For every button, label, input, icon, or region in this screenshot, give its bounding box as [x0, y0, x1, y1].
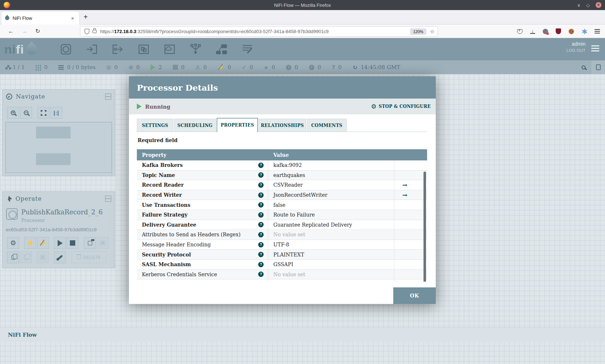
tab-relationships[interactable]: RELATIONSHIPS: [259, 119, 306, 132]
process-group-icon[interactable]: [137, 43, 151, 55]
navigate-collapse-button[interactable]: —: [105, 94, 111, 100]
table-scrollbar[interactable]: [424, 172, 426, 282]
zoom-fit-button[interactable]: [37, 107, 49, 119]
save-template-button[interactable]: [84, 237, 96, 249]
processor-component-icon[interactable]: [59, 43, 73, 55]
account-icon[interactable]: [543, 29, 548, 34]
go-to-service-icon[interactable]: →: [402, 182, 407, 188]
tab-settings[interactable]: SETTINGS: [137, 119, 173, 132]
start-button[interactable]: [54, 237, 66, 249]
gear-icon: ⚙: [10, 240, 16, 246]
table-row[interactable]: Record Writer? JsonRecordSetWriter →: [137, 190, 427, 200]
menu-icon[interactable]: [595, 31, 600, 32]
queued-status: 0 / 0 bytes: [58, 64, 95, 70]
zoom-in-button[interactable]: +: [7, 107, 19, 119]
paste-button[interactable]: [20, 251, 32, 263]
page-zoom-badge[interactable]: 120%: [410, 28, 426, 35]
help-icon[interactable]: ?: [258, 182, 264, 188]
tab-comments[interactable]: COMMENTS: [307, 119, 347, 132]
table-row[interactable]: Use Transactions? false: [137, 200, 427, 210]
help-icon[interactable]: ?: [258, 192, 264, 198]
logout-link[interactable]: LOG OUT: [566, 48, 586, 53]
nifi-favicon: [4, 15, 10, 21]
not-transmitting-icon: ⊘: [129, 64, 133, 70]
birdseye-minimap[interactable]: [5, 122, 112, 173]
ok-button[interactable]: OK: [393, 287, 436, 304]
table-row[interactable]: Delivery Guarantee? Guarantee Replicated…: [137, 220, 427, 230]
help-icon[interactable]: ?: [258, 222, 264, 227]
new-tab-button[interactable]: +: [84, 13, 88, 21]
sync-failure-icon: ?: [332, 64, 335, 70]
table-row[interactable]: Kafka Brokers? kafka:9092: [137, 160, 427, 170]
browser-tab[interactable]: NiFi Flow ×: [1, 12, 79, 24]
table-row[interactable]: Message Header Encoding? UTF-8: [137, 240, 427, 250]
adblock-icon[interactable]: [556, 28, 561, 34]
breadcrumb[interactable]: NiFi Flow: [8, 332, 37, 338]
copy-button[interactable]: [7, 251, 19, 263]
change-color-button[interactable]: [54, 251, 66, 263]
configuration-button[interactable]: ⚙: [7, 237, 19, 249]
help-icon[interactable]: ?: [258, 252, 264, 257]
help-icon[interactable]: ?: [258, 272, 264, 277]
help-icon[interactable]: ?: [258, 172, 264, 178]
help-icon[interactable]: ?: [258, 242, 264, 247]
table-row[interactable]: Kerberos Credentials Service? No value s…: [137, 270, 427, 280]
zoom-out-button[interactable]: −: [20, 107, 32, 119]
back-icon[interactable]: ←: [8, 28, 14, 35]
navigate-title: Navigate: [16, 93, 105, 100]
chevron-down-icon[interactable]: ∨: [577, 3, 581, 8]
window-close-button[interactable]: ×: [596, 2, 601, 8]
panel-toggle-button[interactable]: [591, 60, 605, 74]
tab-close-icon[interactable]: ×: [70, 15, 76, 21]
funnel-icon[interactable]: [189, 43, 202, 55]
go-to-service-icon[interactable]: →: [402, 192, 407, 198]
pocket-icon[interactable]: [517, 29, 523, 34]
forward-icon[interactable]: →: [22, 28, 27, 35]
table-row[interactable]: Record Reader? CSVReader →: [137, 180, 427, 190]
label-icon[interactable]: [241, 43, 254, 55]
help-icon[interactable]: ?: [258, 212, 264, 218]
output-port-icon[interactable]: [111, 43, 125, 55]
help-icon[interactable]: ?: [258, 163, 264, 168]
remote-process-group-icon[interactable]: [163, 43, 176, 55]
maximize-icon[interactable]: ◇: [586, 3, 590, 8]
lock-icon[interactable]: [93, 30, 97, 33]
stop-and-configure-button[interactable]: ⚙ STOP & CONFIGURE: [371, 99, 431, 114]
extension-icon[interactable]: [582, 29, 587, 34]
table-row[interactable]: SASL Mechanism? GSSAPI: [137, 260, 427, 270]
stop-button[interactable]: [67, 237, 79, 249]
refresh-icon[interactable]: ↻: [353, 64, 358, 71]
cookie-icon[interactable]: [569, 29, 574, 34]
tab-scheduling[interactable]: SCHEDULING: [174, 119, 216, 132]
disable-button[interactable]: ⚡: [37, 237, 49, 249]
url-text[interactable]: https://172.18.0.3:32558/nifi/?processGr…: [100, 29, 410, 34]
actual-size-button[interactable]: |:|: [50, 107, 62, 119]
actual-size-icon: |:|: [54, 110, 59, 116]
delete-button[interactable]: DELETE: [72, 251, 106, 263]
table-row[interactable]: Topic Name? earthquakes: [137, 170, 427, 181]
help-icon[interactable]: ?: [258, 262, 264, 267]
tracking-shield-icon[interactable]: [85, 29, 89, 34]
flow-status-bar: 1 / 1 0 0 / 0 bytes ◎0 ⊘0 2 0 ⚠0 ⚡0 ✓0 ∗…: [0, 60, 605, 74]
template-icon[interactable]: [215, 43, 228, 55]
enable-button[interactable]: ⚡: [24, 237, 36, 249]
input-port-icon[interactable]: [85, 43, 99, 55]
search-icon[interactable]: [582, 65, 586, 69]
help-icon[interactable]: ?: [258, 232, 264, 237]
table-row[interactable]: Security Protocol? PLAINTEXT: [137, 250, 427, 260]
table-row[interactable]: Failure Strategy? Route to Failure: [137, 210, 427, 220]
operate-collapse-button[interactable]: —: [105, 196, 111, 202]
help-icon[interactable]: ?: [258, 202, 264, 208]
bookmark-star-icon[interactable]: ☆: [430, 28, 435, 35]
cluster-icon: [7, 65, 9, 67]
table-row[interactable]: Attributes to Send as Headers (Regex)? N…: [137, 230, 427, 240]
tab-properties[interactable]: PROPERTIES: [217, 118, 258, 132]
sync-failure-status: ?0: [332, 64, 341, 70]
download-icon[interactable]: ↓: [530, 29, 535, 34]
group-button[interactable]: [97, 237, 109, 249]
current-user-label: admin: [566, 41, 586, 47]
url-bar[interactable]: https://172.18.0.3:32558/nifi/?processGr…: [80, 26, 438, 37]
global-menu-icon[interactable]: [591, 45, 599, 46]
create-group-button[interactable]: [37, 251, 49, 263]
reload-icon[interactable]: ↻: [35, 28, 40, 35]
